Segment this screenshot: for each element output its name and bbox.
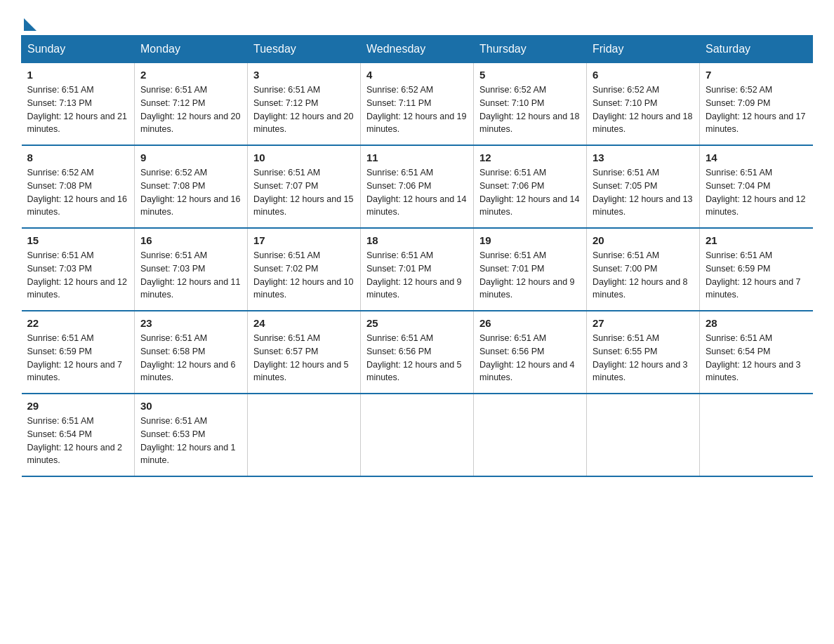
day-info: Sunrise: 6:51 AMSunset: 7:03 PMDaylight:… [27, 249, 129, 302]
day-number: 18 [366, 234, 468, 246]
weekday-header-tuesday: Tuesday [248, 36, 361, 63]
calendar-day-cell: 21 Sunrise: 6:51 AMSunset: 6:59 PMDaylig… [700, 228, 813, 311]
calendar-day-cell: 3 Sunrise: 6:51 AMSunset: 7:12 PMDayligh… [248, 63, 361, 146]
day-info: Sunrise: 6:52 AMSunset: 7:10 PMDaylight:… [593, 83, 694, 136]
calendar-day-cell: 27 Sunrise: 6:51 AMSunset: 6:55 PMDaylig… [587, 311, 700, 394]
day-info: Sunrise: 6:51 AMSunset: 6:57 PMDaylight:… [253, 332, 355, 384]
logo-arrow-icon [24, 18, 37, 31]
day-number: 9 [140, 152, 241, 163]
day-info: Sunrise: 6:51 AMSunset: 6:59 PMDaylight:… [27, 332, 129, 384]
day-info: Sunrise: 6:52 AMSunset: 7:08 PMDaylight:… [140, 166, 241, 219]
logo [21, 14, 37, 28]
day-number: 21 [706, 234, 807, 246]
calendar-week-row: 29 Sunrise: 6:51 AMSunset: 6:54 PMDaylig… [22, 394, 813, 476]
calendar-day-cell: 2 Sunrise: 6:51 AMSunset: 7:12 PMDayligh… [135, 63, 248, 146]
day-number: 30 [140, 400, 241, 412]
day-info: Sunrise: 6:51 AMSunset: 6:53 PMDaylight:… [140, 415, 241, 467]
day-info: Sunrise: 6:51 AMSunset: 7:13 PMDaylight:… [27, 83, 129, 136]
day-info: Sunrise: 6:51 AMSunset: 7:01 PMDaylight:… [366, 249, 468, 302]
calendar-day-cell: 26 Sunrise: 6:51 AMSunset: 6:56 PMDaylig… [474, 311, 587, 394]
day-info: Sunrise: 6:51 AMSunset: 7:06 PMDaylight:… [479, 166, 581, 219]
calendar-day-cell: 16 Sunrise: 6:51 AMSunset: 7:03 PMDaylig… [135, 228, 248, 311]
day-number: 1 [27, 69, 129, 81]
day-info: Sunrise: 6:51 AMSunset: 6:59 PMDaylight:… [706, 249, 807, 302]
day-info: Sunrise: 6:51 AMSunset: 7:04 PMDaylight:… [706, 166, 807, 219]
day-number: 14 [706, 152, 807, 163]
calendar-week-row: 15 Sunrise: 6:51 AMSunset: 7:03 PMDaylig… [22, 228, 813, 311]
day-number: 10 [253, 152, 355, 163]
calendar-day-cell: 8 Sunrise: 6:52 AMSunset: 7:08 PMDayligh… [22, 145, 135, 228]
calendar-day-cell: 11 Sunrise: 6:51 AMSunset: 7:06 PMDaylig… [361, 145, 474, 228]
calendar-day-cell: 30 Sunrise: 6:51 AMSunset: 6:53 PMDaylig… [135, 394, 248, 476]
weekday-header-thursday: Thursday [474, 36, 587, 63]
day-info: Sunrise: 6:51 AMSunset: 6:55 PMDaylight:… [593, 332, 694, 384]
calendar-day-cell: 13 Sunrise: 6:51 AMSunset: 7:05 PMDaylig… [587, 145, 700, 228]
day-info: Sunrise: 6:51 AMSunset: 7:12 PMDaylight:… [140, 83, 241, 136]
day-number: 7 [706, 69, 807, 81]
calendar-day-cell: 4 Sunrise: 6:52 AMSunset: 7:11 PMDayligh… [361, 63, 474, 146]
calendar-table: SundayMondayTuesdayWednesdayThursdayFrid… [21, 35, 813, 477]
day-info: Sunrise: 6:51 AMSunset: 7:07 PMDaylight:… [253, 166, 355, 219]
calendar-day-cell: 12 Sunrise: 6:51 AMSunset: 7:06 PMDaylig… [474, 145, 587, 228]
day-number: 29 [27, 400, 129, 412]
weekday-header-friday: Friday [587, 36, 700, 63]
calendar-day-cell: 18 Sunrise: 6:51 AMSunset: 7:01 PMDaylig… [361, 228, 474, 311]
day-number: 13 [593, 152, 694, 163]
calendar-day-cell: 7 Sunrise: 6:52 AMSunset: 7:09 PMDayligh… [700, 63, 813, 146]
calendar-day-cell: 5 Sunrise: 6:52 AMSunset: 7:10 PMDayligh… [474, 63, 587, 146]
calendar-day-cell: 25 Sunrise: 6:51 AMSunset: 6:56 PMDaylig… [361, 311, 474, 394]
calendar-day-cell [474, 394, 587, 476]
calendar-day-cell: 19 Sunrise: 6:51 AMSunset: 7:01 PMDaylig… [474, 228, 587, 311]
day-number: 6 [593, 69, 694, 81]
calendar-day-cell: 15 Sunrise: 6:51 AMSunset: 7:03 PMDaylig… [22, 228, 135, 311]
day-info: Sunrise: 6:52 AMSunset: 7:10 PMDaylight:… [479, 83, 581, 136]
day-number: 11 [366, 152, 468, 163]
calendar-day-cell [361, 394, 474, 476]
calendar-day-cell: 22 Sunrise: 6:51 AMSunset: 6:59 PMDaylig… [22, 311, 135, 394]
day-info: Sunrise: 6:51 AMSunset: 7:01 PMDaylight:… [479, 249, 581, 302]
day-number: 2 [140, 69, 241, 81]
day-number: 3 [253, 69, 355, 81]
weekday-header-monday: Monday [135, 36, 248, 63]
calendar-week-row: 8 Sunrise: 6:52 AMSunset: 7:08 PMDayligh… [22, 145, 813, 228]
day-info: Sunrise: 6:51 AMSunset: 7:06 PMDaylight:… [366, 166, 468, 219]
day-info: Sunrise: 6:51 AMSunset: 7:05 PMDaylight:… [593, 166, 694, 219]
day-info: Sunrise: 6:52 AMSunset: 7:09 PMDaylight:… [706, 83, 807, 136]
calendar-week-row: 22 Sunrise: 6:51 AMSunset: 6:59 PMDaylig… [22, 311, 813, 394]
calendar-day-cell: 28 Sunrise: 6:51 AMSunset: 6:54 PMDaylig… [700, 311, 813, 394]
calendar-day-cell: 9 Sunrise: 6:52 AMSunset: 7:08 PMDayligh… [135, 145, 248, 228]
day-number: 28 [706, 317, 807, 329]
calendar-day-cell: 23 Sunrise: 6:51 AMSunset: 6:58 PMDaylig… [135, 311, 248, 394]
calendar-day-cell: 14 Sunrise: 6:51 AMSunset: 7:04 PMDaylig… [700, 145, 813, 228]
calendar-day-cell: 1 Sunrise: 6:51 AMSunset: 7:13 PMDayligh… [22, 63, 135, 146]
day-number: 22 [27, 317, 129, 329]
day-number: 27 [593, 317, 694, 329]
day-info: Sunrise: 6:51 AMSunset: 6:58 PMDaylight:… [140, 332, 241, 384]
calendar-day-cell: 6 Sunrise: 6:52 AMSunset: 7:10 PMDayligh… [587, 63, 700, 146]
day-number: 26 [479, 317, 581, 329]
day-number: 8 [27, 152, 129, 163]
calendar-header-row: SundayMondayTuesdayWednesdayThursdayFrid… [22, 36, 813, 63]
day-number: 19 [479, 234, 581, 246]
day-number: 12 [479, 152, 581, 163]
day-number: 15 [27, 234, 129, 246]
day-info: Sunrise: 6:51 AMSunset: 7:03 PMDaylight:… [140, 249, 241, 302]
calendar-day-cell: 10 Sunrise: 6:51 AMSunset: 7:07 PMDaylig… [248, 145, 361, 228]
day-number: 25 [366, 317, 468, 329]
weekday-header-saturday: Saturday [700, 36, 813, 63]
calendar-day-cell [248, 394, 361, 476]
calendar-day-cell: 20 Sunrise: 6:51 AMSunset: 7:00 PMDaylig… [587, 228, 700, 311]
day-info: Sunrise: 6:51 AMSunset: 6:56 PMDaylight:… [479, 332, 581, 384]
calendar-day-cell: 29 Sunrise: 6:51 AMSunset: 6:54 PMDaylig… [22, 394, 135, 476]
day-info: Sunrise: 6:51 AMSunset: 7:00 PMDaylight:… [593, 249, 694, 302]
day-number: 5 [479, 69, 581, 81]
day-number: 4 [366, 69, 468, 81]
weekday-header-sunday: Sunday [22, 36, 135, 63]
calendar-week-row: 1 Sunrise: 6:51 AMSunset: 7:13 PMDayligh… [22, 63, 813, 146]
day-number: 24 [253, 317, 355, 329]
calendar-day-cell: 17 Sunrise: 6:51 AMSunset: 7:02 PMDaylig… [248, 228, 361, 311]
day-number: 16 [140, 234, 241, 246]
day-info: Sunrise: 6:52 AMSunset: 7:11 PMDaylight:… [366, 83, 468, 136]
day-info: Sunrise: 6:51 AMSunset: 6:54 PMDaylight:… [27, 415, 129, 467]
day-info: Sunrise: 6:52 AMSunset: 7:08 PMDaylight:… [27, 166, 129, 219]
